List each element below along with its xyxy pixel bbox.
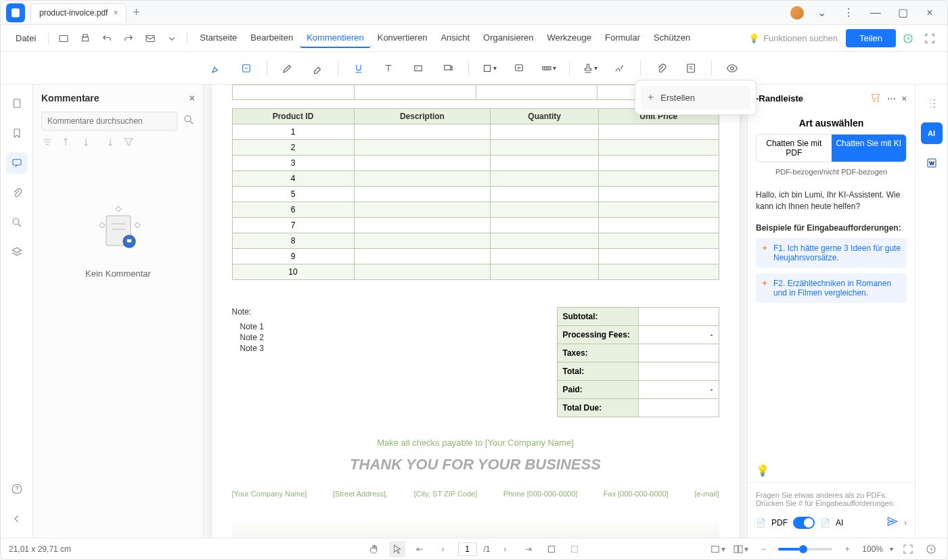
form-icon[interactable] bbox=[679, 56, 703, 80]
shape-icon[interactable]: ▾ bbox=[477, 56, 501, 80]
eraser-icon[interactable] bbox=[305, 56, 330, 80]
menu-startseite[interactable]: Startseite bbox=[193, 28, 244, 48]
comments-search-input[interactable] bbox=[41, 112, 177, 131]
first-page-icon[interactable]: ⇤ bbox=[411, 541, 428, 557]
share-button[interactable]: Teilen bbox=[846, 29, 896, 47]
document-area[interactable]: Product IDDescriptionQuantityUnit Price … bbox=[204, 85, 747, 538]
cart-icon[interactable] bbox=[870, 91, 882, 106]
menu-file[interactable]: Datei bbox=[9, 29, 43, 47]
text-highlight-icon[interactable] bbox=[234, 56, 258, 80]
ai-example[interactable]: ✦F2. Erzähltechniken in Romanen und in F… bbox=[756, 273, 907, 303]
create-button[interactable]: + Erstellen bbox=[641, 86, 750, 109]
maximize-icon[interactable]: ▢ bbox=[893, 3, 912, 22]
rotate-icon[interactable] bbox=[543, 541, 560, 557]
mode-toggle[interactable] bbox=[793, 517, 815, 529]
sort-icon[interactable] bbox=[41, 136, 55, 149]
highlight-icon[interactable] bbox=[204, 56, 229, 80]
menu-formular[interactable]: Formular bbox=[598, 28, 647, 48]
ai-tab-ki[interactable]: Chatten Sie mit KI bbox=[832, 135, 907, 162]
fit-width-icon[interactable]: ▾ bbox=[709, 541, 725, 557]
menu-schützen[interactable]: Schützen bbox=[647, 28, 697, 48]
select-tool-icon[interactable] bbox=[388, 541, 405, 557]
print-icon[interactable] bbox=[76, 29, 95, 48]
document-tab[interactable]: product-invoice.pdf × bbox=[30, 3, 127, 22]
menu-kommentieren[interactable]: Kommentieren bbox=[300, 28, 371, 48]
comments-icon[interactable] bbox=[6, 152, 28, 174]
underline-icon[interactable] bbox=[346, 56, 371, 80]
zoom-in-icon[interactable]: + bbox=[839, 541, 855, 557]
svg-rect-3 bbox=[83, 34, 87, 37]
menu-werkzeuge[interactable]: Werkzeuge bbox=[541, 28, 599, 48]
page-input[interactable] bbox=[457, 542, 476, 556]
callout-icon[interactable] bbox=[436, 56, 460, 80]
table-row: 6 bbox=[232, 202, 719, 218]
sync-icon[interactable] bbox=[899, 29, 918, 48]
view-mode-icon[interactable]: ▾ bbox=[732, 541, 748, 557]
note-icon[interactable] bbox=[507, 56, 531, 80]
attachments-icon[interactable] bbox=[6, 182, 28, 204]
menu-ansicht[interactable]: Ansicht bbox=[434, 28, 476, 48]
prev-page-icon[interactable]: ‹ bbox=[434, 541, 451, 557]
attachment-icon[interactable] bbox=[649, 56, 673, 80]
open-icon[interactable] bbox=[54, 29, 73, 48]
ai-tab-pdf[interactable]: Chatten Sie mit PDF bbox=[757, 135, 832, 162]
close-window-icon[interactable]: × bbox=[920, 3, 939, 22]
ai-example[interactable]: ✦F1. Ich hätte gerne 3 Ideen für gute Ne… bbox=[756, 238, 907, 268]
hand-tool-icon[interactable] bbox=[365, 541, 382, 557]
settings-icon[interactable] bbox=[921, 93, 943, 114]
table-row: 5 bbox=[232, 187, 719, 202]
fullscreen-icon[interactable] bbox=[900, 541, 916, 557]
zoom-out-icon[interactable]: − bbox=[755, 541, 771, 557]
filter-icon[interactable] bbox=[122, 136, 136, 149]
avatar[interactable] bbox=[790, 6, 804, 20]
send-icon[interactable] bbox=[886, 515, 899, 530]
word-icon[interactable]: W bbox=[921, 152, 943, 174]
zoom-slider[interactable] bbox=[778, 548, 832, 551]
menu-konvertieren[interactable]: Konvertieren bbox=[371, 28, 434, 48]
sort-asc-icon[interactable] bbox=[62, 136, 75, 149]
create-popup: + Erstellen bbox=[635, 80, 757, 115]
redo-icon[interactable] bbox=[119, 29, 138, 48]
menu-organisieren[interactable]: Organisieren bbox=[476, 28, 540, 48]
text-icon[interactable] bbox=[376, 56, 401, 80]
bookmarks-icon[interactable] bbox=[6, 122, 28, 144]
statusbar: 21,01 x 29,71 cm ⇤ ‹ /1 › ⇥ ▾ ▾ − + 100%… bbox=[1, 538, 947, 559]
thumbnails-icon[interactable] bbox=[6, 93, 28, 114]
menubar: Datei StartseiteBearbeitenKommentierenKo… bbox=[1, 25, 947, 52]
mail-icon[interactable] bbox=[141, 29, 160, 48]
chevron-right-icon[interactable]: › bbox=[904, 518, 907, 528]
menu-dropdown-icon[interactable]: ⌄ bbox=[812, 3, 831, 22]
bulb-icon[interactable]: 💡 bbox=[756, 465, 769, 476]
signature-icon[interactable] bbox=[608, 56, 632, 80]
close-panel-icon[interactable]: × bbox=[189, 93, 195, 103]
undo-icon[interactable] bbox=[97, 29, 116, 48]
rotate2-icon[interactable] bbox=[566, 541, 583, 557]
textbox-icon[interactable] bbox=[406, 56, 430, 80]
last-page-icon[interactable]: ⇥ bbox=[520, 541, 537, 557]
collapse-icon[interactable] bbox=[6, 508, 28, 530]
add-tab-button[interactable]: + bbox=[127, 3, 145, 22]
more-icon[interactable]: ⋯ bbox=[887, 93, 896, 103]
search-icon[interactable] bbox=[183, 114, 195, 129]
sort-alpha-icon[interactable] bbox=[102, 136, 116, 149]
layers-icon[interactable] bbox=[6, 241, 28, 263]
expand-icon[interactable] bbox=[920, 29, 939, 48]
close-icon[interactable]: × bbox=[113, 8, 118, 18]
measure-icon[interactable]: ▾ bbox=[537, 56, 561, 80]
more-icon[interactable]: ⋮ bbox=[839, 3, 858, 22]
read-mode-icon[interactable] bbox=[923, 541, 939, 557]
app-icon[interactable] bbox=[6, 3, 25, 22]
sort-desc-icon[interactable] bbox=[82, 136, 95, 149]
menu-bearbeiten[interactable]: Bearbeiten bbox=[244, 28, 300, 48]
pencil-icon[interactable] bbox=[275, 56, 300, 80]
next-page-icon[interactable]: › bbox=[497, 541, 514, 557]
ai-icon[interactable]: AI bbox=[921, 122, 943, 144]
search-functions[interactable]: 💡 Funktionen suchen bbox=[748, 33, 838, 43]
search-icon[interactable] bbox=[6, 212, 28, 233]
close-ai-icon[interactable]: × bbox=[901, 93, 907, 103]
minimize-icon[interactable]: — bbox=[866, 3, 885, 22]
help-icon[interactable] bbox=[6, 478, 28, 500]
chevron-down-icon[interactable] bbox=[162, 29, 181, 48]
stamp-icon[interactable]: ▾ bbox=[578, 56, 602, 80]
eye-icon[interactable] bbox=[720, 56, 744, 80]
